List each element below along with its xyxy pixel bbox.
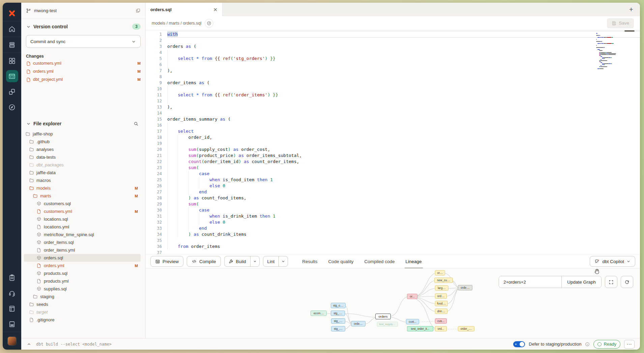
dbt-copilot-button[interactable]: dbt Copilot — [590, 256, 635, 267]
lineage-node-stg_[interactable]: stg_.... — [331, 326, 345, 331]
code-line-37[interactable] — [167, 250, 640, 254]
expand-command-bar-chevron[interactable] — [27, 342, 31, 347]
rail-code-editor-icon[interactable] — [3, 68, 21, 84]
tree-item-seeds[interactable]: seeds — [24, 300, 141, 308]
changed-file-customers.yml[interactable]: customers.yml M — [26, 60, 141, 67]
tree-item-orders.sql[interactable]: orders.sql — [24, 254, 141, 262]
lineage-node-ecom[interactable]: ecom.... — [311, 311, 327, 316]
more-options-button[interactable]: ⋯ — [624, 340, 635, 349]
lineage-node-food[interactable]: food.... — [435, 301, 448, 306]
chevron-down-icon[interactable] — [131, 39, 136, 44]
close-icon[interactable]: ✕ — [213, 7, 217, 12]
compile-button[interactable]: Compile — [187, 256, 221, 267]
tree-item-products.yml[interactable]: products.yml — [24, 277, 141, 285]
tab-results[interactable]: Results — [302, 255, 317, 268]
code-line-9[interactable]: order_items as ( — [167, 80, 640, 86]
lineage-node-cust[interactable]: cust... — [406, 319, 419, 324]
lint-button[interactable]: Lint — [263, 256, 279, 266]
rail-headset-icon[interactable] — [3, 285, 21, 301]
code-line-25[interactable]: when is_food_item then 1 — [167, 177, 640, 183]
chevron-down-icon[interactable] — [26, 121, 31, 126]
code-line-24[interactable]: case — [167, 171, 640, 177]
code-line-4[interactable] — [167, 50, 640, 56]
tree-item-staging[interactable]: staging — [24, 293, 141, 300]
command-input[interactable]: dbt build --select <model_name> — [36, 342, 112, 347]
tab-orders-sql[interactable]: orders.sql ✕ — [146, 3, 223, 16]
tree-item-supplies.sql[interactable]: supplies.sql — [24, 285, 141, 293]
commit-and-sync-button[interactable]: Commit and sync — [26, 35, 141, 48]
code-line-33[interactable]: end — [167, 225, 640, 231]
lineage-node-ord[interactable]: ord.... — [435, 293, 447, 299]
rail-book-icon[interactable] — [3, 301, 21, 316]
scrollbar-mark[interactable] — [624, 30, 635, 32]
code-line-16[interactable] — [167, 122, 640, 128]
lineage-node-test_supply[interactable]: test_supply.... — [377, 322, 398, 327]
lineage-node-drin[interactable]: drin.... — [435, 309, 447, 314]
chevron-down-icon[interactable] — [26, 24, 31, 29]
tab-lineage[interactable]: Lineage — [406, 255, 422, 268]
rail-warehouse-icon[interactable] — [3, 37, 21, 53]
defer-toggle[interactable] — [513, 341, 525, 347]
build-dropdown-chevron[interactable] — [250, 256, 259, 266]
tab-compiled-code[interactable]: Compiled code — [364, 255, 394, 268]
code-line-19[interactable] — [167, 140, 640, 147]
code-line-35[interactable] — [167, 237, 640, 244]
code-line-34[interactable]: ) as count_drink_items — [167, 231, 640, 237]
status-ready-badge[interactable]: Ready — [593, 340, 620, 349]
tree-item-products.sql[interactable]: products.sql — [24, 269, 141, 277]
info-icon[interactable] — [585, 342, 590, 347]
code-line-5[interactable]: select * from {{ ref('stg_orders') }} — [167, 56, 640, 62]
code-line-36[interactable]: from order_items — [167, 244, 640, 250]
tree-item-order_items.sql[interactable]: order_items.sql — [24, 238, 141, 246]
code-line-11[interactable]: select * from {{ ref('order_items') }} — [167, 92, 640, 98]
new-tab-button[interactable]: + — [629, 6, 633, 13]
tree-item-customers.yml[interactable]: customers.ymlM — [24, 207, 141, 215]
tree-item-dbt_packages[interactable]: dbt_packages — [24, 161, 141, 169]
code-line-29[interactable]: sum( — [167, 201, 640, 207]
lint-dropdown-chevron[interactable] — [279, 256, 288, 266]
tree-item-jaffle-data[interactable]: jaffle-data — [24, 169, 141, 176]
build-button[interactable]: Build — [225, 256, 250, 266]
changed-file-orders.yml[interactable]: orders.yml M — [26, 68, 141, 75]
code-line-23[interactable]: sum( — [167, 165, 640, 171]
copy-icon[interactable] — [136, 8, 141, 13]
code-line-31[interactable]: when is_drink_item then 1 — [167, 213, 640, 219]
tree-item-jaffle-shop[interactable]: jaffle-shop — [24, 130, 141, 138]
refresh-button[interactable] — [621, 276, 633, 288]
save-button[interactable]: Save — [607, 18, 634, 28]
tree-item-orders.yml[interactable]: orders.ymlM — [24, 262, 141, 269]
rail-dbt-logo-icon[interactable] — [3, 5, 21, 21]
rail-compass-icon[interactable] — [3, 99, 21, 115]
code-line-14[interactable] — [167, 110, 640, 116]
code-content[interactable]: withorders as (select * from {{ ref('stg… — [167, 30, 640, 254]
code-line-1[interactable]: with — [167, 31, 640, 37]
lineage-node-orde[interactable]: orde.... — [458, 285, 472, 290]
lineage-node-or[interactable]: or... — [407, 294, 417, 299]
lineage-node-or[interactable]: or.... — [435, 270, 445, 276]
search-icon[interactable] — [134, 121, 139, 126]
tree-item-.gitignore[interactable]: .gitignore — [24, 316, 141, 324]
tree-item-.github[interactable]: .github — [24, 138, 141, 146]
code-line-2[interactable] — [167, 37, 640, 43]
tree-item-locations.yml[interactable]: locations.yml — [24, 223, 141, 231]
code-line-20[interactable]: sum(supply_cost) as order_cost, — [167, 147, 640, 153]
code-line-10[interactable] — [167, 86, 640, 92]
rail-locker-icon[interactable] — [3, 316, 21, 332]
tree-item-customers.sql[interactable]: customers.sql — [24, 200, 141, 207]
rail-clipboard-icon[interactable] — [3, 270, 21, 285]
tree-item-macros[interactable]: macros — [24, 176, 141, 184]
tree-item-models[interactable]: modelsM — [24, 184, 141, 192]
code-line-27[interactable]: end — [167, 189, 640, 195]
preview-button[interactable]: Preview — [150, 256, 183, 267]
tree-item-marts[interactable]: martsM — [24, 192, 141, 200]
tree-item-analyses[interactable]: analyses — [24, 146, 141, 153]
code-editor[interactable]: 1234567891011121314151617181920212223242… — [146, 30, 640, 254]
lineage-node-ord[interactable]: ord... — [435, 326, 447, 331]
lineage-panel[interactable]: ecom....stg_o....stg_....stg_....stg_...… — [146, 268, 640, 338]
code-line-26[interactable]: else 0 — [167, 183, 640, 189]
lineage-node-orders[interactable]: orders — [375, 314, 391, 319]
code-line-18[interactable]: order_id, — [167, 134, 640, 140]
tree-item-target[interactable]: target — [24, 308, 141, 316]
rail-home-icon[interactable] — [3, 21, 21, 37]
lineage-node-stg_o[interactable]: stg_o.... — [331, 303, 346, 308]
